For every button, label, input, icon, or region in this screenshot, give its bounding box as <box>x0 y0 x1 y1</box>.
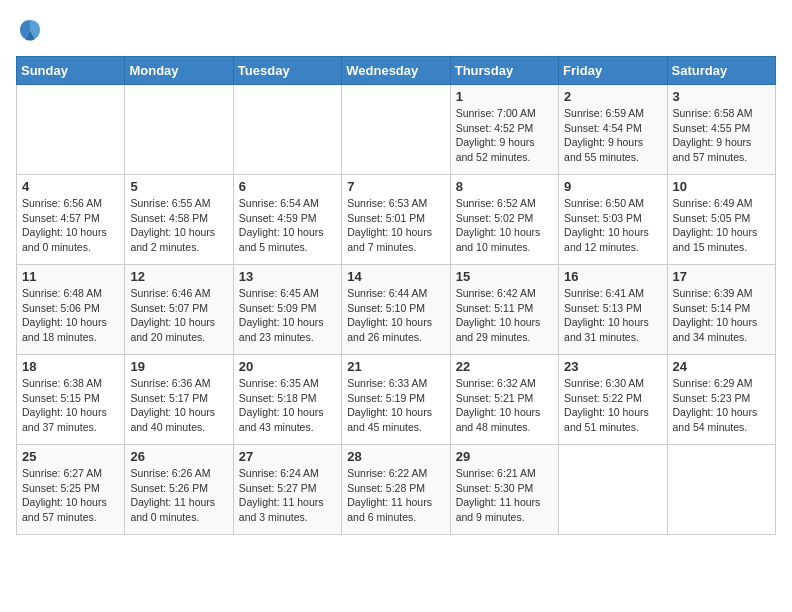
day-number: 2 <box>564 89 661 104</box>
day-info: Sunrise: 6:48 AM Sunset: 5:06 PM Dayligh… <box>22 286 119 345</box>
calendar-cell: 10Sunrise: 6:49 AM Sunset: 5:05 PM Dayli… <box>667 175 775 265</box>
calendar-cell: 4Sunrise: 6:56 AM Sunset: 4:57 PM Daylig… <box>17 175 125 265</box>
calendar-cell: 19Sunrise: 6:36 AM Sunset: 5:17 PM Dayli… <box>125 355 233 445</box>
calendar-cell: 15Sunrise: 6:42 AM Sunset: 5:11 PM Dayli… <box>450 265 558 355</box>
calendar-header-row: SundayMondayTuesdayWednesdayThursdayFrid… <box>17 57 776 85</box>
day-number: 20 <box>239 359 336 374</box>
day-number: 8 <box>456 179 553 194</box>
week-row-2: 4Sunrise: 6:56 AM Sunset: 4:57 PM Daylig… <box>17 175 776 265</box>
day-info: Sunrise: 6:46 AM Sunset: 5:07 PM Dayligh… <box>130 286 227 345</box>
day-number: 26 <box>130 449 227 464</box>
calendar-cell: 11Sunrise: 6:48 AM Sunset: 5:06 PM Dayli… <box>17 265 125 355</box>
day-info: Sunrise: 6:32 AM Sunset: 5:21 PM Dayligh… <box>456 376 553 435</box>
calendar-cell <box>342 85 450 175</box>
calendar-cell <box>559 445 667 535</box>
header-sunday: Sunday <box>17 57 125 85</box>
logo-icon <box>16 16 44 44</box>
calendar-cell: 9Sunrise: 6:50 AM Sunset: 5:03 PM Daylig… <box>559 175 667 265</box>
calendar-cell: 3Sunrise: 6:58 AM Sunset: 4:55 PM Daylig… <box>667 85 775 175</box>
day-info: Sunrise: 6:26 AM Sunset: 5:26 PM Dayligh… <box>130 466 227 525</box>
day-info: Sunrise: 6:24 AM Sunset: 5:27 PM Dayligh… <box>239 466 336 525</box>
week-row-5: 25Sunrise: 6:27 AM Sunset: 5:25 PM Dayli… <box>17 445 776 535</box>
day-number: 6 <box>239 179 336 194</box>
day-info: Sunrise: 6:54 AM Sunset: 4:59 PM Dayligh… <box>239 196 336 255</box>
day-number: 19 <box>130 359 227 374</box>
calendar-cell: 29Sunrise: 6:21 AM Sunset: 5:30 PM Dayli… <box>450 445 558 535</box>
day-info: Sunrise: 6:49 AM Sunset: 5:05 PM Dayligh… <box>673 196 770 255</box>
day-info: Sunrise: 6:30 AM Sunset: 5:22 PM Dayligh… <box>564 376 661 435</box>
calendar-cell: 14Sunrise: 6:44 AM Sunset: 5:10 PM Dayli… <box>342 265 450 355</box>
day-info: Sunrise: 6:38 AM Sunset: 5:15 PM Dayligh… <box>22 376 119 435</box>
calendar-cell <box>17 85 125 175</box>
calendar-cell <box>667 445 775 535</box>
day-number: 23 <box>564 359 661 374</box>
day-number: 11 <box>22 269 119 284</box>
calendar-cell: 21Sunrise: 6:33 AM Sunset: 5:19 PM Dayli… <box>342 355 450 445</box>
day-info: Sunrise: 6:39 AM Sunset: 5:14 PM Dayligh… <box>673 286 770 345</box>
day-number: 22 <box>456 359 553 374</box>
day-info: Sunrise: 6:22 AM Sunset: 5:28 PM Dayligh… <box>347 466 444 525</box>
day-number: 12 <box>130 269 227 284</box>
calendar-cell: 20Sunrise: 6:35 AM Sunset: 5:18 PM Dayli… <box>233 355 341 445</box>
day-info: Sunrise: 6:50 AM Sunset: 5:03 PM Dayligh… <box>564 196 661 255</box>
header-friday: Friday <box>559 57 667 85</box>
day-number: 21 <box>347 359 444 374</box>
calendar-cell: 28Sunrise: 6:22 AM Sunset: 5:28 PM Dayli… <box>342 445 450 535</box>
day-info: Sunrise: 6:53 AM Sunset: 5:01 PM Dayligh… <box>347 196 444 255</box>
day-info: Sunrise: 6:44 AM Sunset: 5:10 PM Dayligh… <box>347 286 444 345</box>
calendar-cell: 12Sunrise: 6:46 AM Sunset: 5:07 PM Dayli… <box>125 265 233 355</box>
header-thursday: Thursday <box>450 57 558 85</box>
calendar-cell: 13Sunrise: 6:45 AM Sunset: 5:09 PM Dayli… <box>233 265 341 355</box>
day-info: Sunrise: 6:56 AM Sunset: 4:57 PM Dayligh… <box>22 196 119 255</box>
week-row-3: 11Sunrise: 6:48 AM Sunset: 5:06 PM Dayli… <box>17 265 776 355</box>
day-number: 15 <box>456 269 553 284</box>
calendar-cell: 17Sunrise: 6:39 AM Sunset: 5:14 PM Dayli… <box>667 265 775 355</box>
calendar-cell: 27Sunrise: 6:24 AM Sunset: 5:27 PM Dayli… <box>233 445 341 535</box>
day-number: 16 <box>564 269 661 284</box>
day-number: 27 <box>239 449 336 464</box>
calendar-cell: 16Sunrise: 6:41 AM Sunset: 5:13 PM Dayli… <box>559 265 667 355</box>
day-number: 10 <box>673 179 770 194</box>
day-info: Sunrise: 6:45 AM Sunset: 5:09 PM Dayligh… <box>239 286 336 345</box>
day-info: Sunrise: 6:35 AM Sunset: 5:18 PM Dayligh… <box>239 376 336 435</box>
day-number: 9 <box>564 179 661 194</box>
calendar-cell: 6Sunrise: 6:54 AM Sunset: 4:59 PM Daylig… <box>233 175 341 265</box>
day-info: Sunrise: 6:59 AM Sunset: 4:54 PM Dayligh… <box>564 106 661 165</box>
calendar-table: SundayMondayTuesdayWednesdayThursdayFrid… <box>16 56 776 535</box>
day-info: Sunrise: 6:55 AM Sunset: 4:58 PM Dayligh… <box>130 196 227 255</box>
day-info: Sunrise: 6:42 AM Sunset: 5:11 PM Dayligh… <box>456 286 553 345</box>
calendar-cell <box>125 85 233 175</box>
day-number: 14 <box>347 269 444 284</box>
day-number: 17 <box>673 269 770 284</box>
calendar-cell: 22Sunrise: 6:32 AM Sunset: 5:21 PM Dayli… <box>450 355 558 445</box>
calendar-cell: 2Sunrise: 6:59 AM Sunset: 4:54 PM Daylig… <box>559 85 667 175</box>
calendar-cell: 18Sunrise: 6:38 AM Sunset: 5:15 PM Dayli… <box>17 355 125 445</box>
day-number: 25 <box>22 449 119 464</box>
day-info: Sunrise: 6:33 AM Sunset: 5:19 PM Dayligh… <box>347 376 444 435</box>
calendar-cell: 26Sunrise: 6:26 AM Sunset: 5:26 PM Dayli… <box>125 445 233 535</box>
calendar-cell: 24Sunrise: 6:29 AM Sunset: 5:23 PM Dayli… <box>667 355 775 445</box>
day-info: Sunrise: 6:27 AM Sunset: 5:25 PM Dayligh… <box>22 466 119 525</box>
day-number: 13 <box>239 269 336 284</box>
week-row-1: 1Sunrise: 7:00 AM Sunset: 4:52 PM Daylig… <box>17 85 776 175</box>
day-number: 4 <box>22 179 119 194</box>
day-info: Sunrise: 6:58 AM Sunset: 4:55 PM Dayligh… <box>673 106 770 165</box>
calendar-cell: 5Sunrise: 6:55 AM Sunset: 4:58 PM Daylig… <box>125 175 233 265</box>
day-info: Sunrise: 6:41 AM Sunset: 5:13 PM Dayligh… <box>564 286 661 345</box>
day-info: Sunrise: 6:36 AM Sunset: 5:17 PM Dayligh… <box>130 376 227 435</box>
logo <box>16 16 48 44</box>
calendar-cell: 25Sunrise: 6:27 AM Sunset: 5:25 PM Dayli… <box>17 445 125 535</box>
calendar-cell: 7Sunrise: 6:53 AM Sunset: 5:01 PM Daylig… <box>342 175 450 265</box>
week-row-4: 18Sunrise: 6:38 AM Sunset: 5:15 PM Dayli… <box>17 355 776 445</box>
day-number: 7 <box>347 179 444 194</box>
page-header <box>16 16 776 44</box>
header-wednesday: Wednesday <box>342 57 450 85</box>
header-tuesday: Tuesday <box>233 57 341 85</box>
day-number: 29 <box>456 449 553 464</box>
day-number: 3 <box>673 89 770 104</box>
calendar-cell: 23Sunrise: 6:30 AM Sunset: 5:22 PM Dayli… <box>559 355 667 445</box>
header-monday: Monday <box>125 57 233 85</box>
day-number: 1 <box>456 89 553 104</box>
day-number: 5 <box>130 179 227 194</box>
calendar-cell: 8Sunrise: 6:52 AM Sunset: 5:02 PM Daylig… <box>450 175 558 265</box>
